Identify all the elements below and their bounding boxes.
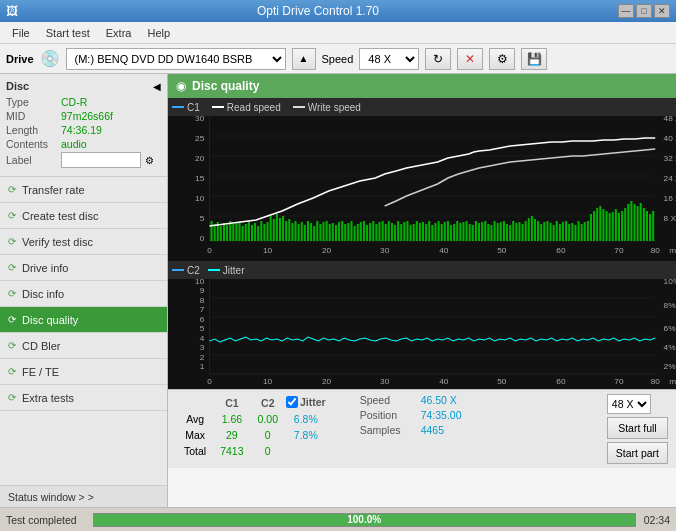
svg-rect-31 <box>211 221 213 241</box>
svg-text:16 X: 16 X <box>664 194 676 203</box>
svg-rect-38 <box>232 224 234 241</box>
svg-text:30: 30 <box>380 377 390 386</box>
stats-row-max: Max 29 0 7.8% <box>178 428 326 442</box>
sidebar-item-create-test-disc[interactable]: ⟳ Create test disc <box>0 203 167 229</box>
stats-total-c2: 0 <box>252 444 284 458</box>
label-field-label: Label <box>6 154 61 166</box>
svg-rect-41 <box>242 226 244 241</box>
svg-rect-161 <box>615 209 617 241</box>
menu-start-test[interactable]: Start test <box>38 25 98 41</box>
svg-rect-155 <box>596 208 598 241</box>
svg-rect-128 <box>512 221 514 241</box>
svg-rect-115 <box>472 225 474 241</box>
legend-write-speed: Write speed <box>293 102 361 113</box>
svg-text:20: 20 <box>322 377 332 386</box>
svg-rect-90 <box>394 225 396 241</box>
sidebar-item-disc-info[interactable]: ⟳ Disc info <box>0 281 167 307</box>
menu-file[interactable]: File <box>4 25 38 41</box>
svg-rect-58 <box>294 221 296 241</box>
svg-rect-87 <box>385 224 387 241</box>
speed-select-test[interactable]: 48 X <box>607 394 651 414</box>
mid-field-value: 97m26s66f <box>61 110 161 122</box>
window-title: Opti Drive Control 1.70 <box>18 4 618 18</box>
disc-collapse-button[interactable]: ◀ <box>153 81 161 92</box>
svg-rect-93 <box>403 222 405 241</box>
sidebar-item-fe-te[interactable]: ⟳ FE / TE <box>0 359 167 385</box>
svg-rect-136 <box>537 221 539 241</box>
sidebar-item-extra-tests[interactable]: ⟳ Extra tests <box>0 385 167 411</box>
svg-text:0: 0 <box>207 246 212 255</box>
save-button[interactable]: 💾 <box>521 48 547 70</box>
svg-text:8%: 8% <box>664 301 676 310</box>
extra-tests-icon: ⟳ <box>8 392 16 403</box>
sidebar-item-drive-info[interactable]: ⟳ Drive info <box>0 255 167 281</box>
sidebar-item-cd-bler[interactable]: ⟳ CD Bler <box>0 333 167 359</box>
maximize-button[interactable]: □ <box>636 4 652 18</box>
drive-select[interactable]: (M:) BENQ DVD DD DW1640 BSRB <box>66 48 286 70</box>
menu-extra[interactable]: Extra <box>98 25 140 41</box>
svg-text:60: 60 <box>556 377 566 386</box>
top-chart: 30 25 20 15 10 5 0 48 X 40 X 32 X 24 X 1… <box>168 116 676 261</box>
stats-max-c2: 0 <box>252 428 284 442</box>
tools-button[interactable]: ⚙ <box>489 48 515 70</box>
erase-button[interactable]: ✕ <box>457 48 483 70</box>
svg-text:20: 20 <box>195 154 205 163</box>
svg-rect-114 <box>469 224 471 241</box>
title-bar: 🖼 Opti Drive Control 1.70 — □ ✕ <box>0 0 676 22</box>
svg-rect-144 <box>562 222 564 241</box>
sidebar-item-verify-test-disc[interactable]: ⟳ Verify test disc <box>0 229 167 255</box>
svg-rect-150 <box>581 224 583 241</box>
sidebar-item-label: Create test disc <box>22 210 98 222</box>
sidebar-item-disc-quality[interactable]: ⟳ Disc quality <box>0 307 167 333</box>
start-full-button[interactable]: Start full <box>607 417 668 439</box>
speed-select-main[interactable]: 48 X <box>359 48 419 70</box>
svg-rect-132 <box>525 221 527 241</box>
write-speed-color-swatch <box>293 106 305 108</box>
svg-rect-36 <box>226 225 228 241</box>
status-window-link[interactable]: Status window > > <box>0 485 167 507</box>
svg-rect-110 <box>456 221 458 241</box>
svg-rect-70 <box>332 223 334 241</box>
svg-text:2: 2 <box>200 353 205 362</box>
close-button[interactable]: ✕ <box>654 4 670 18</box>
svg-text:48 X: 48 X <box>664 116 676 123</box>
svg-rect-94 <box>406 221 408 241</box>
svg-text:24 X: 24 X <box>664 174 676 183</box>
menu-help[interactable]: Help <box>139 25 178 41</box>
svg-text:9: 9 <box>200 286 205 295</box>
svg-rect-40 <box>238 222 240 241</box>
c2-color-swatch <box>172 269 184 271</box>
sidebar-item-label: Drive info <box>22 262 68 274</box>
svg-text:0: 0 <box>207 377 212 386</box>
svg-rect-140 <box>550 223 552 241</box>
svg-rect-53 <box>279 218 281 241</box>
stats-header-jitter: Jitter <box>300 396 326 408</box>
label-input[interactable] <box>61 152 141 168</box>
stats-row-avg: Avg 1.66 0.00 6.8% <box>178 412 326 426</box>
svg-rect-83 <box>372 221 374 241</box>
sidebar-item-transfer-rate[interactable]: ⟳ Transfer rate <box>0 177 167 203</box>
svg-rect-76 <box>350 221 352 241</box>
stats-header-empty <box>178 396 212 410</box>
svg-rect-43 <box>248 221 250 241</box>
svg-rect-65 <box>316 221 318 241</box>
left-panel: Disc ◀ Type CD-R MID 97m26s66f Length 74… <box>0 74 168 507</box>
svg-rect-147 <box>571 223 573 241</box>
label-settings-button[interactable]: ⚙ <box>141 152 157 168</box>
start-part-button[interactable]: Start part <box>607 442 668 464</box>
menu-bar: File Start test Extra Help <box>0 22 676 44</box>
sidebar-item-label: Disc quality <box>22 314 78 326</box>
svg-rect-127 <box>509 225 511 241</box>
jitter-checkbox[interactable] <box>286 396 298 408</box>
refresh-button[interactable]: ↻ <box>425 48 451 70</box>
svg-rect-151 <box>584 222 586 241</box>
svg-rect-112 <box>462 222 464 241</box>
eject-button[interactable]: ▲ <box>292 48 316 70</box>
svg-rect-157 <box>602 209 604 241</box>
svg-text:4%: 4% <box>664 343 676 352</box>
minimize-button[interactable]: — <box>618 4 634 18</box>
svg-rect-160 <box>612 212 614 241</box>
svg-text:30: 30 <box>195 116 205 123</box>
svg-rect-164 <box>624 208 626 241</box>
svg-text:10: 10 <box>195 279 205 286</box>
